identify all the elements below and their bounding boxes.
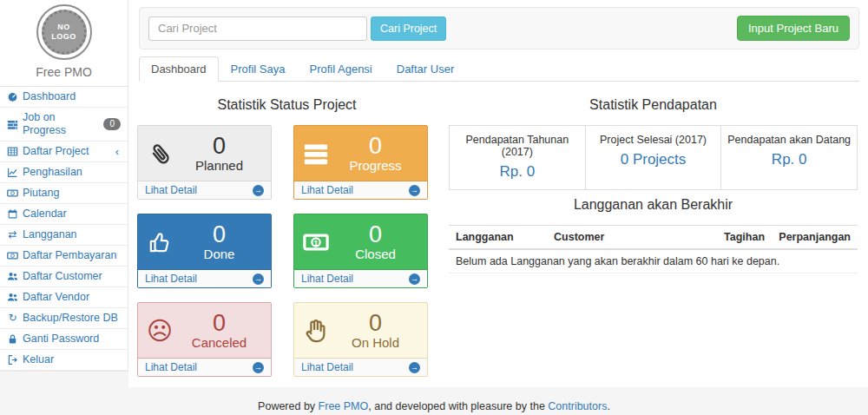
- sidebar-item-label: Ganti Password: [23, 333, 99, 346]
- empty-message: Belum ada Langganan yang akan berakhir d…: [449, 249, 858, 273]
- new-project-button[interactable]: Input Project Baru: [737, 16, 850, 41]
- logo-line1: NO: [57, 23, 70, 32]
- sidebar-item-daftar-project[interactable]: Daftar Project ‹: [0, 142, 128, 161]
- col-langganan: Langganan: [449, 226, 547, 250]
- sidebar-item-label: Daftar Vendor: [23, 291, 89, 304]
- card-label: On Hold: [332, 335, 418, 351]
- sidebar-item-penghasilan[interactable]: Penghasilan: [0, 162, 128, 182]
- main-content: Cari Project Input Project Baru Dashboar…: [128, 0, 868, 387]
- chevron-left-icon: ‹: [115, 145, 121, 158]
- card-count: 0: [332, 222, 418, 247]
- retweet-icon: ⇄: [7, 229, 18, 240]
- search-input[interactable]: [148, 16, 367, 41]
- card-count: 0: [176, 222, 262, 247]
- sidebar-item-label: Job on Progress: [23, 111, 99, 137]
- status-section: Statistik Status Project 0 Planned Lihat…: [137, 90, 437, 377]
- sidebar-item-ganti-password[interactable]: Ganti Password: [0, 329, 128, 349]
- lihat-detail-link[interactable]: Lihat Detail: [301, 184, 353, 196]
- refresh-icon: ↻: [7, 313, 18, 324]
- sidebar-item-langganan[interactable]: ⇄ Langganan: [0, 225, 128, 245]
- sidebar-item-job-on-progress[interactable]: Job on Progress 0: [0, 108, 128, 141]
- lihat-detail-link[interactable]: Lihat Detail: [145, 184, 197, 196]
- sidebar-item-calendar[interactable]: Calendar: [0, 204, 128, 224]
- lihat-detail-link[interactable]: Lihat Detail: [145, 273, 197, 285]
- card-label: Closed: [332, 247, 418, 262]
- sidebar-item-label: Daftar Customer: [23, 270, 102, 283]
- table-icon: [7, 146, 18, 157]
- col-customer: Customer: [547, 226, 710, 250]
- status-card-closed: 0 Closed Lihat Detail →: [293, 214, 428, 288]
- contributors-link[interactable]: Contributors: [548, 400, 607, 412]
- dashboard-icon: [7, 91, 18, 102]
- sidebar-item-label: Keluar: [23, 353, 54, 366]
- users-icon: [7, 292, 18, 303]
- logo-badge: NO LOGO: [36, 4, 92, 60]
- arrow-circle-right-icon[interactable]: →: [253, 362, 264, 373]
- stat-value: 0 Projects: [591, 151, 716, 168]
- status-section-title: Statistik Status Project: [137, 97, 437, 113]
- income-section: Statistik Pendapatan Pendapatan Tahunan …: [449, 90, 858, 377]
- search-button[interactable]: Cari Project: [371, 16, 446, 41]
- tab-profil-agensi[interactable]: Profil Agensi: [297, 56, 384, 82]
- subscriptions-table: Langganan Customer Tagihan Perpanjangan …: [449, 225, 858, 273]
- sidebar-item-backup-restore[interactable]: ↻ Backup/Restore DB: [0, 308, 128, 328]
- sidebar-item-daftar-customer[interactable]: Daftar Customer: [0, 267, 128, 287]
- card-count: 0: [332, 311, 418, 335]
- status-card-done: 0 Done Lihat Detail →: [137, 214, 272, 288]
- sidebar-item-label: Daftar Project: [23, 145, 89, 158]
- sidebar-item-label: Backup/Restore DB: [23, 312, 118, 325]
- stat-label: Pendapatan akan Datang: [727, 134, 852, 146]
- arrow-circle-right-icon[interactable]: →: [409, 185, 420, 196]
- stat-value: Rp. 0: [455, 163, 580, 181]
- page-footer: Powered by Free PMO, and developed with …: [0, 387, 868, 415]
- tab-profil-saya[interactable]: Profil Saya: [219, 56, 298, 82]
- card-count: 0: [332, 134, 418, 158]
- arrow-circle-right-icon[interactable]: →: [409, 273, 420, 285]
- lihat-detail-link[interactable]: Lihat Detail: [301, 361, 353, 373]
- footer-text: , and developed with pleasure by the: [368, 400, 548, 412]
- tab-bar: Dashboard Profil Saya Profil Agensi Daft…: [139, 56, 859, 82]
- card-label: Done: [176, 247, 262, 262]
- subscriptions-title: Langganan akan Berakhir: [449, 197, 858, 213]
- card-label: Canceled: [176, 335, 262, 351]
- sidebar-item-piutang[interactable]: Piutang: [0, 183, 128, 203]
- arrow-circle-right-icon[interactable]: →: [409, 362, 420, 373]
- tasks-icon: [7, 119, 18, 130]
- sign-out-icon: [7, 354, 18, 366]
- sidebar-item-keluar[interactable]: Keluar: [0, 350, 128, 370]
- status-card-planned: 0 Planned Lihat Detail →: [137, 125, 272, 200]
- status-card-on-hold: 0 On Hold Lihat Detail →: [293, 302, 428, 377]
- arrow-circle-right-icon[interactable]: →: [253, 185, 264, 196]
- sidebar-item-label: Penghasilan: [23, 166, 82, 179]
- stat-label: Pendapatan Tahunan (2017): [455, 134, 580, 158]
- card-count: 0: [176, 311, 262, 335]
- stat-label: Project Selesai (2017): [591, 134, 716, 146]
- stat-value: Rp. 0: [727, 151, 852, 168]
- lock-icon: [7, 333, 18, 345]
- lihat-detail-link[interactable]: Lihat Detail: [145, 361, 197, 373]
- tab-dashboard[interactable]: Dashboard: [139, 56, 219, 82]
- table-row-empty: Belum ada Langganan yang akan berakhir d…: [449, 249, 858, 273]
- tab-daftar-user[interactable]: Daftar User: [385, 56, 466, 82]
- free-pmo-link[interactable]: Free PMO: [319, 400, 369, 412]
- stat-project-selesai: Project Selesai (2017) 0 Projects: [586, 126, 722, 189]
- sidebar-item-label: Dashboard: [23, 90, 76, 103]
- lihat-detail-link[interactable]: Lihat Detail: [301, 273, 353, 285]
- users-icon: [7, 271, 18, 282]
- sidebar-item-daftar-vendor[interactable]: Daftar Vendor: [0, 287, 128, 307]
- sidebar-item-daftar-pembayaran[interactable]: Daftar Pembayaran: [0, 246, 128, 266]
- status-card-canceled: ☹ 0 Canceled Lihat Detail →: [137, 302, 272, 377]
- footer-text: Powered by: [258, 400, 318, 412]
- tasks-icon: [303, 141, 332, 167]
- sidebar-menu: Dashboard Job on Progress 0 Daftar Proje…: [0, 86, 128, 371]
- thumbs-up-icon: [147, 229, 176, 255]
- sidebar-item-label: Piutang: [23, 187, 59, 200]
- sidebar-item-dashboard[interactable]: Dashboard: [0, 87, 128, 107]
- logo: NO LOGO Free PMO: [0, 0, 128, 86]
- calendar-icon: [7, 208, 18, 220]
- card-label: Progress: [332, 158, 418, 174]
- logo-line2: LOGO: [51, 32, 76, 42]
- income-section-title: Statistik Pendapatan: [449, 97, 858, 113]
- brand-name: Free PMO: [0, 60, 128, 86]
- arrow-circle-right-icon[interactable]: →: [253, 273, 264, 285]
